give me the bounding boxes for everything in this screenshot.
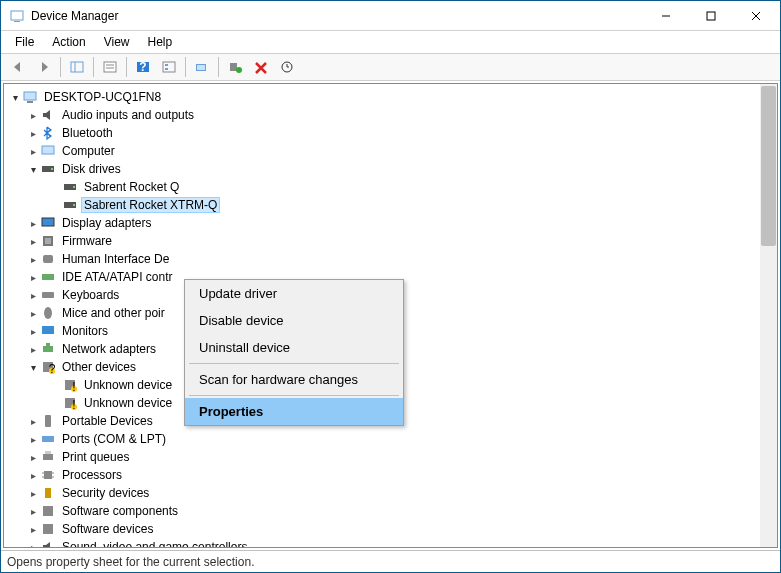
expand-icon[interactable]: ▸: [26, 344, 40, 355]
help-button[interactable]: ?: [131, 55, 155, 79]
software-icon: [40, 503, 56, 519]
expand-icon[interactable]: ▸: [26, 110, 40, 121]
tree-item-bluetooth[interactable]: ▸Bluetooth: [4, 124, 777, 142]
collapse-icon[interactable]: ▾: [26, 362, 40, 373]
tree-label: Security devices: [60, 486, 151, 500]
tree-item-firmware[interactable]: ▸Firmware: [4, 232, 777, 250]
svg-point-29: [73, 204, 75, 206]
view-button[interactable]: [157, 55, 181, 79]
tree-item-processors[interactable]: ▸Processors: [4, 466, 777, 484]
expand-icon[interactable]: ▸: [26, 470, 40, 481]
svg-rect-1: [14, 21, 20, 22]
tree-item-softcomp[interactable]: ▸Software components: [4, 502, 777, 520]
back-button[interactable]: [6, 55, 30, 79]
tree-label: Software components: [60, 504, 180, 518]
expand-icon[interactable]: ▸: [26, 272, 40, 283]
tree-item-security[interactable]: ▸Security devices: [4, 484, 777, 502]
expand-icon[interactable]: ▸: [26, 308, 40, 319]
expand-icon[interactable]: ▸: [26, 128, 40, 139]
window-title: Device Manager: [31, 9, 643, 23]
show-hide-tree-button[interactable]: [65, 55, 89, 79]
ctx-disable-device[interactable]: Disable device: [185, 307, 403, 334]
tree-item-ports[interactable]: ▸Ports (COM & LPT): [4, 430, 777, 448]
tree-label: Mice and other poir: [60, 306, 167, 320]
tree-label: Keyboards: [60, 288, 121, 302]
tree-item-softdev[interactable]: ▸Software devices: [4, 520, 777, 538]
expand-icon[interactable]: ▸: [26, 236, 40, 247]
maximize-button[interactable]: [688, 1, 733, 30]
tree-label: Computer: [60, 144, 117, 158]
collapse-icon[interactable]: ▾: [8, 92, 22, 103]
menu-help[interactable]: Help: [140, 33, 181, 51]
tree-item-sound[interactable]: ▸Sound, video and game controllers: [4, 538, 777, 548]
enable-button[interactable]: [223, 55, 247, 79]
minimize-button[interactable]: [643, 1, 688, 30]
svg-rect-39: [46, 343, 50, 346]
tree-label: Ports (COM & LPT): [60, 432, 168, 446]
ctx-properties[interactable]: Properties: [185, 398, 403, 425]
svg-rect-53: [44, 471, 52, 479]
expand-icon[interactable]: ▸: [26, 146, 40, 157]
firmware-icon: [40, 233, 56, 249]
expand-icon[interactable]: ▸: [26, 326, 40, 337]
svg-rect-32: [45, 238, 51, 244]
toolbar-separator: [126, 57, 127, 77]
tree-root[interactable]: ▾ DESKTOP-UCQ1FN8: [4, 88, 777, 106]
svg-point-25: [51, 168, 53, 170]
tree-item-printq[interactable]: ▸Print queues: [4, 448, 777, 466]
scan-button[interactable]: [190, 55, 214, 79]
tree-item-disk[interactable]: ▾Disk drives: [4, 160, 777, 178]
tree-label: Print queues: [60, 450, 131, 464]
update-button[interactable]: [275, 55, 299, 79]
disk-icon: [40, 161, 56, 177]
properties-button[interactable]: [98, 55, 122, 79]
scrollbar[interactable]: [760, 84, 777, 547]
monitor-icon: [40, 323, 56, 339]
expand-icon[interactable]: ▸: [26, 524, 40, 535]
tree-item-display[interactable]: ▸Display adapters: [4, 214, 777, 232]
menu-file[interactable]: File: [7, 33, 42, 51]
expand-icon[interactable]: ▸: [26, 434, 40, 445]
tree-item-disk-b[interactable]: Sabrent Rocket XTRM-Q: [4, 196, 777, 214]
tree-item-hid[interactable]: ▸Human Interface De: [4, 250, 777, 268]
expand-icon[interactable]: ▸: [26, 506, 40, 517]
expand-icon[interactable]: ▸: [26, 290, 40, 301]
ctx-uninstall-device[interactable]: Uninstall device: [185, 334, 403, 361]
svg-rect-51: [43, 454, 53, 460]
ports-icon: [40, 431, 56, 447]
device-tree[interactable]: ▾ DESKTOP-UCQ1FN8 ▸Audio inputs and outp…: [3, 83, 778, 548]
forward-button[interactable]: [32, 55, 56, 79]
tree-label: Sound, video and game controllers: [60, 540, 249, 548]
ctx-scan-hardware[interactable]: Scan for hardware changes: [185, 366, 403, 393]
titlebar: Device Manager: [1, 1, 780, 31]
menubar: File Action View Help: [1, 31, 780, 53]
uninstall-button[interactable]: [249, 55, 273, 79]
tree-label: Software devices: [60, 522, 155, 536]
app-icon: [9, 8, 25, 24]
menu-action[interactable]: Action: [44, 33, 93, 51]
menu-view[interactable]: View: [96, 33, 138, 51]
expand-icon[interactable]: ▸: [26, 254, 40, 265]
tree-item-audio[interactable]: ▸Audio inputs and outputs: [4, 106, 777, 124]
expand-icon[interactable]: ▸: [26, 452, 40, 463]
tree-label: Sabrent Rocket XTRM-Q: [82, 198, 219, 212]
expand-icon[interactable]: ▸: [26, 416, 40, 427]
tree-item-computer[interactable]: ▸Computer: [4, 142, 777, 160]
tree-label: IDE ATA/ATAPI contr: [60, 270, 174, 284]
expand-icon[interactable]: ▸: [26, 218, 40, 229]
keyboard-icon: [40, 287, 56, 303]
expand-icon[interactable]: ▸: [26, 488, 40, 499]
disk-icon: [62, 179, 78, 195]
software-icon: [40, 521, 56, 537]
ctx-update-driver[interactable]: Update driver: [185, 280, 403, 307]
scroll-thumb[interactable]: [761, 86, 776, 246]
tree-item-disk-a[interactable]: Sabrent Rocket Q: [4, 178, 777, 196]
ide-icon: [40, 269, 56, 285]
svg-text:!: !: [72, 380, 75, 393]
expand-icon[interactable]: ▸: [26, 542, 40, 549]
svg-rect-35: [42, 292, 54, 298]
close-button[interactable]: [733, 1, 778, 30]
portable-icon: [40, 413, 56, 429]
ctx-separator: [189, 363, 399, 364]
collapse-icon[interactable]: ▾: [26, 164, 40, 175]
